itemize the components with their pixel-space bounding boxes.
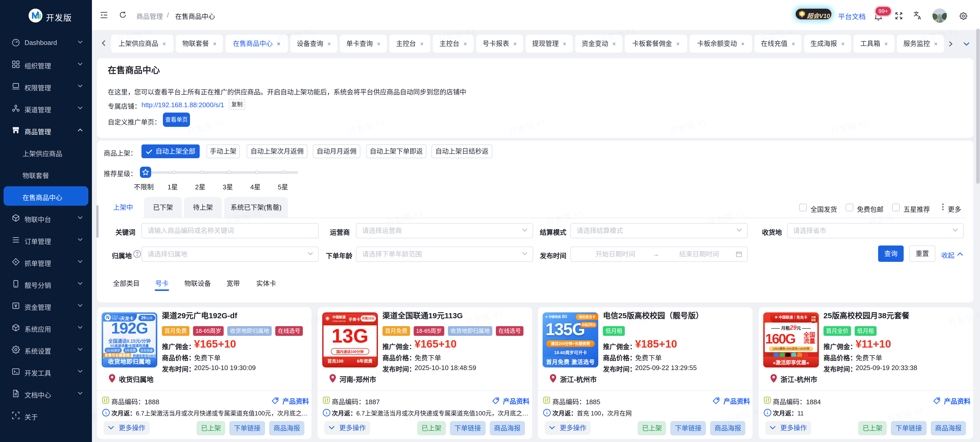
svg-text:A: A	[918, 15, 921, 20]
